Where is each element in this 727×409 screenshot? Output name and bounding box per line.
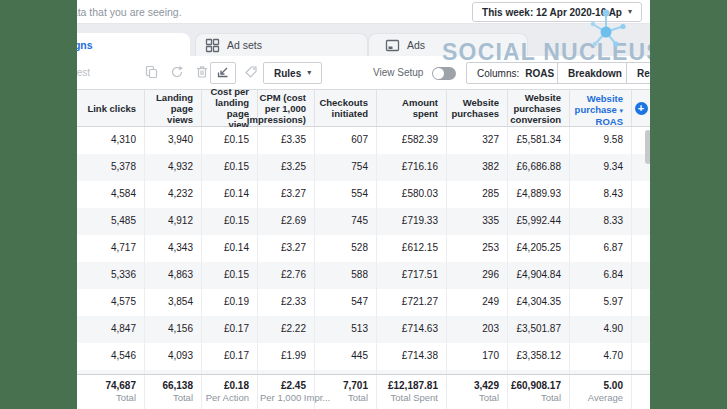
table-cell: £2.69 bbox=[258, 208, 315, 235]
table-header-row: Link clicksLanding page viewsCost per la… bbox=[0, 90, 727, 127]
totals-label: Average bbox=[572, 392, 623, 403]
column-header-website-purchase-roas[interactable]: Website purchase ▾ ROAS bbox=[570, 90, 632, 126]
ad-card-icon bbox=[385, 38, 400, 53]
table-row[interactable]: 4,5844,232£0.14£3.27554£580.03285£4,889.… bbox=[0, 181, 727, 208]
column-header-checkouts-initiated[interactable]: Checkouts initiated bbox=[315, 90, 377, 126]
column-header-website-purchases[interactable]: Website purchases bbox=[447, 90, 508, 126]
export-icon bbox=[216, 65, 230, 81]
toggle-knob bbox=[433, 68, 444, 79]
totals-label: Per 1,000 Impr... bbox=[260, 392, 306, 403]
totals-cell: 7,701Total bbox=[315, 375, 377, 409]
rules-button[interactable]: Rules ▾ bbox=[263, 62, 322, 84]
table-cell: £2.33 bbox=[258, 289, 315, 316]
totals-value: 5.00 bbox=[572, 380, 623, 391]
table-cell: £717.51 bbox=[377, 262, 447, 289]
table-cell: £2.76 bbox=[258, 262, 315, 289]
duplicate-button[interactable] bbox=[140, 62, 162, 84]
table-totals-row: 74,687Total66,138Total£0.18Per Action£2.… bbox=[0, 374, 727, 409]
column-header-amount-spent[interactable]: Amount spent bbox=[377, 90, 447, 126]
table-row[interactable]: 4,8474,156£0.17£2.22513£714.63203£3,501.… bbox=[0, 316, 727, 343]
table-cell: 745 bbox=[315, 208, 377, 235]
copy-icon bbox=[144, 65, 158, 81]
table-cell: £4,889.93 bbox=[508, 181, 570, 208]
breakdown-label: Breakdown bbox=[568, 68, 622, 79]
table-cell: 4.90 bbox=[570, 316, 632, 343]
table-cell: £3.27 bbox=[258, 181, 315, 208]
totals-value: £0.18 bbox=[204, 380, 249, 391]
table-row[interactable]: 5,4854,912£0.15£2.69745£719.33335£5,992.… bbox=[0, 208, 727, 235]
add-column-button[interactable]: + bbox=[635, 102, 648, 115]
ads-manager-screen: data that you are seeing. This week: 12 … bbox=[0, 0, 727, 409]
table-cell: 547 bbox=[315, 289, 377, 316]
table-cell: £0.17 bbox=[202, 316, 258, 343]
revert-button[interactable] bbox=[166, 62, 188, 84]
table-cell: £3.35 bbox=[258, 127, 315, 154]
tab-ad-sets-label: Ad sets bbox=[227, 39, 262, 51]
table-cell: £3,358.12 bbox=[508, 343, 570, 370]
table-cell: £4,304.35 bbox=[508, 289, 570, 316]
rules-label: Rules bbox=[274, 68, 301, 79]
table-cell: £6,686.88 bbox=[508, 154, 570, 181]
table-cell: 382 bbox=[447, 154, 508, 181]
table-row[interactable]: 4,3103,940£0.15£3.35607£582.39327£5,581.… bbox=[0, 127, 727, 154]
table-cell: £5,581.34 bbox=[508, 127, 570, 154]
table-cell: £3,501.87 bbox=[508, 316, 570, 343]
tag-button[interactable] bbox=[240, 62, 262, 84]
column-header-cpm[interactable]: CPM (cost per 1,000 impressions) bbox=[258, 90, 315, 126]
columns-label: Columns: bbox=[477, 68, 519, 79]
table-cell: 4,912 bbox=[145, 208, 202, 235]
table-cell: £721.27 bbox=[377, 289, 447, 316]
table-cell: 8.43 bbox=[570, 181, 632, 208]
totals-cell: £2.45Per 1,000 Impr... bbox=[258, 375, 315, 409]
column-header-landing-page-views[interactable]: Landing page views bbox=[145, 90, 202, 126]
totals-cell: 5.00Average bbox=[570, 375, 632, 409]
table-cell: 296 bbox=[447, 262, 508, 289]
table-cell: £0.15 bbox=[202, 154, 258, 181]
table-cell: 335 bbox=[447, 208, 508, 235]
totals-cell: 3,429Total bbox=[447, 375, 508, 409]
table-cell: £719.33 bbox=[377, 208, 447, 235]
trash-icon bbox=[195, 65, 209, 81]
table-cell: 4,156 bbox=[145, 316, 202, 343]
table-row[interactable]: 4,7174,343£0.14£3.27528£612.15253£4,205.… bbox=[0, 235, 727, 262]
tag-icon bbox=[244, 65, 258, 81]
totals-cell: £12,187.81Total Spent bbox=[377, 375, 447, 409]
table-row[interactable]: 4,5464,093£0.17£1.99445£714.38170£3,358.… bbox=[0, 343, 727, 370]
table-row[interactable]: 4,5753,854£0.19£2.33547£721.27249£4,304.… bbox=[0, 289, 727, 316]
table-cell: 607 bbox=[315, 127, 377, 154]
table-cell: 6.87 bbox=[570, 235, 632, 262]
table-row[interactable]: 5,3364,863£0.15£2.76588£717.51296£4,904.… bbox=[0, 262, 727, 289]
table-cell: £612.15 bbox=[377, 235, 447, 262]
export-button[interactable] bbox=[210, 62, 236, 84]
view-setup-label: View Setup bbox=[373, 56, 423, 90]
table-cell: 253 bbox=[447, 235, 508, 262]
table-cell: 3,940 bbox=[145, 127, 202, 154]
table-cell: £582.39 bbox=[377, 127, 447, 154]
table-cell: 203 bbox=[447, 316, 508, 343]
totals-value: 66,138 bbox=[147, 380, 193, 391]
totals-label: Total Spent bbox=[379, 392, 438, 403]
totals-label: Per Action bbox=[204, 392, 249, 403]
table-cell: £4,205.25 bbox=[508, 235, 570, 262]
table-cell: £2.22 bbox=[258, 316, 315, 343]
table-cell: 4.70 bbox=[570, 343, 632, 370]
tab-ad-sets[interactable]: Ad sets bbox=[195, 33, 368, 56]
table-row[interactable]: 5,3784,932£0.15£3.25754£716.16382£6,686.… bbox=[0, 154, 727, 181]
grid-icon bbox=[205, 38, 220, 53]
table-cell: £714.63 bbox=[377, 316, 447, 343]
table-cell: £714.38 bbox=[377, 343, 447, 370]
table-cell: £0.15 bbox=[202, 208, 258, 235]
table-cell: 4,863 bbox=[145, 262, 202, 289]
table-cell: £0.17 bbox=[202, 343, 258, 370]
column-header-website-purchases-conversion[interactable]: Website purchases conversion bbox=[508, 90, 570, 126]
table-cell: 9.58 bbox=[570, 127, 632, 154]
view-setup-toggle[interactable] bbox=[432, 67, 456, 80]
table-cell: £0.15 bbox=[202, 127, 258, 154]
totals-value: £12,187.81 bbox=[379, 380, 438, 391]
table-cell: £0.15 bbox=[202, 262, 258, 289]
table-cell: 554 bbox=[315, 181, 377, 208]
totals-label: Total bbox=[317, 392, 368, 403]
table-cell: 8.33 bbox=[570, 208, 632, 235]
table-cell: £716.16 bbox=[377, 154, 447, 181]
table-cell: 4,343 bbox=[145, 235, 202, 262]
